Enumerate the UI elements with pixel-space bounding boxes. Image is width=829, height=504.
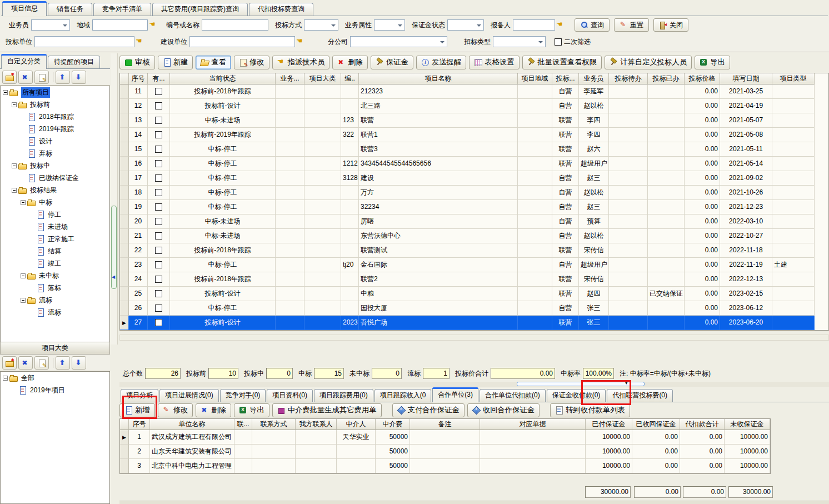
- tab-2[interactable]: 竞争对手(0): [220, 389, 266, 402]
- column-header-9[interactable]: 已付保证金: [586, 419, 632, 430]
- move-down-button[interactable]: [72, 356, 86, 370]
- cell-chk[interactable]: [148, 258, 170, 272]
- row-checkbox[interactable]: [155, 189, 162, 196]
- tree-item-13[interactable]: 结算: [1, 245, 109, 257]
- main-grid-hscrollbar[interactable]: [119, 335, 829, 341]
- sidebar-collapse-arrow-icon[interactable]: ◀: [112, 275, 115, 280]
- table-row[interactable]: 17中标-停工3128建设自营赵三0.002021-09-02: [120, 171, 828, 186]
- column-header-0[interactable]: 序号: [129, 419, 150, 430]
- new-folder-button[interactable]: [2, 71, 17, 84]
- column-header-2[interactable]: 联...: [234, 419, 252, 430]
- tree-item-1[interactable]: 投标前: [1, 98, 109, 111]
- tree-item-2[interactable]: 2018年跟踪: [1, 111, 109, 123]
- tree-item-8[interactable]: 投标结果: [1, 184, 109, 196]
- tree-item-3[interactable]: 2019年跟踪: [1, 123, 109, 135]
- column-header-6[interactable]: 中介费: [376, 419, 410, 430]
- column-header-11[interactable]: 代扣款合计: [680, 419, 725, 430]
- tree-item-14[interactable]: 竣工: [1, 257, 109, 270]
- delete-blue-button[interactable]: [18, 71, 33, 84]
- expander-icon[interactable]: [3, 90, 8, 95]
- tree-item-9[interactable]: 中标: [1, 196, 109, 208]
- row-checkbox[interactable]: [155, 247, 162, 254]
- build-unit-input[interactable]: [189, 36, 295, 47]
- toolbar-button-7[interactable]: 转到收付款单列表: [550, 403, 630, 417]
- tab-1[interactable]: 项目进展情况(0): [159, 389, 219, 402]
- toolbar-button-5[interactable]: 删除: [332, 56, 368, 69]
- toolbar-button-3[interactable]: 修改: [234, 56, 269, 69]
- column-header-12[interactable]: 未收保证金: [725, 419, 770, 430]
- tab-6[interactable]: 合作单位(3): [432, 387, 478, 402]
- column-header-14[interactable]: 项目类型: [772, 73, 815, 84]
- tab-9[interactable]: 代扣联营投标费(0): [607, 389, 673, 402]
- column-header-1[interactable]: 单位名称: [150, 419, 234, 430]
- tender-type-select[interactable]: [493, 36, 546, 47]
- region-lookup-hand-icon[interactable]: [149, 21, 157, 29]
- column-header-10[interactable]: 已收回保证金: [632, 419, 680, 430]
- code-name-input[interactable]: [202, 19, 268, 31]
- cell-chk[interactable]: [148, 99, 170, 113]
- tab-1[interactable]: 待提醒的项目: [48, 56, 100, 68]
- toolbar-button-4[interactable]: 指派技术员: [272, 56, 330, 69]
- cell-chk[interactable]: [148, 157, 170, 171]
- cell-chk[interactable]: [148, 316, 170, 330]
- tree-item-15[interactable]: 未中标: [1, 270, 109, 282]
- toolbar-button-0[interactable]: 新增: [119, 403, 155, 417]
- row-checkbox[interactable]: [155, 232, 162, 239]
- reporter-lookup-hand-icon[interactable]: [556, 21, 565, 29]
- table-row[interactable]: ▶27投标前-设计2023吾悦广场联营张三0.002023-06-20: [120, 316, 828, 330]
- tab-8[interactable]: 保证金收付款(0): [547, 389, 606, 402]
- column-header-9[interactable]: 业务员: [579, 73, 609, 84]
- column-header-2[interactable]: 当前状态: [170, 73, 276, 84]
- table-row[interactable]: 23中标-停工tj20金石国际自营超级用户0.002022-11-19土建: [120, 258, 828, 272]
- row-checkbox[interactable]: [155, 218, 162, 225]
- column-header-13[interactable]: 填写日期: [720, 73, 772, 84]
- move-down-button[interactable]: [72, 71, 86, 84]
- expander-icon[interactable]: [12, 188, 17, 193]
- business-attr-select[interactable]: [374, 19, 405, 31]
- table-row[interactable]: 2山东天华建筑安装有限公司5000010000.000.000.0010000.…: [120, 445, 770, 459]
- toolbar-button-1[interactable]: 新建: [158, 56, 193, 69]
- row-checkbox[interactable]: [155, 131, 162, 138]
- table-row[interactable]: 15中标-停工联营3联营赵六0.002021-05-11: [120, 142, 828, 157]
- tab-4[interactable]: 项目跟踪费用(0): [314, 389, 373, 402]
- table-row[interactable]: 12投标前-设计北三路自营赵以松0.002021-04-19: [120, 99, 828, 113]
- tree-item-4[interactable]: 设计: [1, 135, 109, 147]
- cell-chk[interactable]: [148, 287, 170, 301]
- tab-3[interactable]: 项目资料(0): [267, 389, 313, 402]
- toolbar-button-8[interactable]: 表格设置: [469, 56, 519, 69]
- column-header-3[interactable]: 联系方式: [252, 419, 296, 430]
- tab-0[interactable]: 项目信息: [2, 1, 47, 16]
- column-header-4[interactable]: 项目大类: [304, 73, 341, 84]
- toolbar-button-2[interactable]: 删除: [196, 403, 231, 417]
- tree-item-12[interactable]: 正常施工: [1, 233, 109, 245]
- row-checkbox[interactable]: [155, 319, 162, 326]
- toolbar-button-4[interactable]: 中介费批量生成其它费用单: [272, 403, 382, 417]
- column-header-11[interactable]: 投标已办: [648, 73, 685, 84]
- tree-item-11[interactable]: 未进场: [1, 221, 109, 233]
- cell-chk[interactable]: [148, 243, 170, 258]
- row-checkbox[interactable]: [155, 117, 162, 124]
- column-header-8[interactable]: 对应单据: [480, 419, 586, 430]
- toolbar-button-3[interactable]: 导出: [234, 403, 269, 417]
- branch-select[interactable]: [350, 36, 447, 47]
- table-row[interactable]: 16中标-停工12123434544545544565656联营超级用户0.00…: [120, 157, 828, 171]
- bottom-scrollbar[interactable]: [119, 501, 829, 504]
- column-header-12[interactable]: 投标价格: [685, 73, 720, 84]
- toolbar-button-10[interactable]: 计算自定义投标人员: [605, 56, 692, 69]
- expander-icon[interactable]: [21, 298, 26, 303]
- table-row[interactable]: 26中标-停工国投大厦自营张三0.002023-06-12: [120, 301, 828, 316]
- column-header-5[interactable]: 中介人: [337, 419, 376, 430]
- tab-0[interactable]: 自定义分类: [1, 54, 47, 69]
- cell-chk[interactable]: [148, 186, 170, 200]
- salesman-select[interactable]: [31, 19, 70, 31]
- rename-button[interactable]: [34, 356, 49, 370]
- bid-method-select[interactable]: [304, 19, 338, 31]
- expander-icon[interactable]: [12, 102, 17, 107]
- column-header-3[interactable]: 业务...: [276, 73, 304, 84]
- row-checkbox[interactable]: [155, 160, 162, 167]
- query-button[interactable]: 查询: [575, 18, 610, 32]
- column-header-4[interactable]: 我方联系人: [296, 419, 337, 430]
- move-up-button[interactable]: [56, 71, 70, 84]
- toolbar-button-6[interactable]: 收回合作保证金: [467, 403, 540, 417]
- table-row[interactable]: 25投标前-设计中粮联营赵四已交纳保证0.002023-02-15: [120, 287, 828, 301]
